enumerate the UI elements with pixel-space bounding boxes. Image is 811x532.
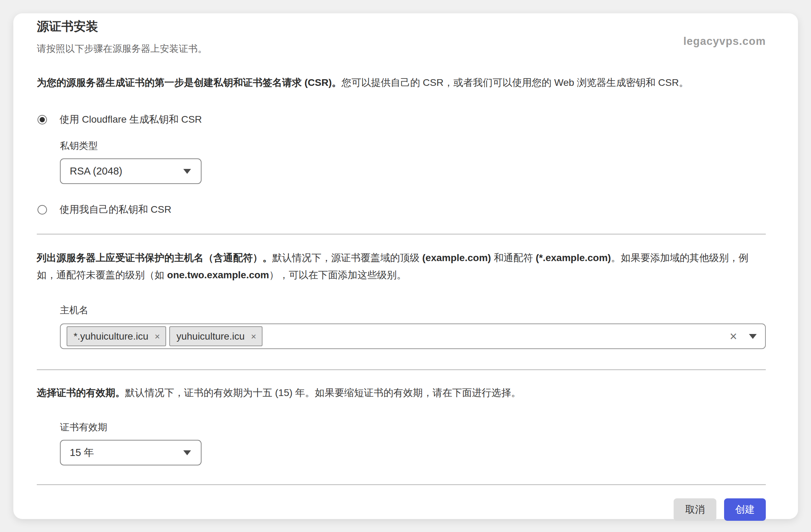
hostname-tag-value: yuhuiculture.icu <box>176 331 245 342</box>
cancel-button[interactable]: 取消 <box>674 498 716 521</box>
hostname-tag: yuhuiculture.icu × <box>169 326 263 346</box>
section-divider <box>37 369 766 370</box>
origin-certificate-dialog: legacyvps.com 源证书安装 请按照以下步骤在源服务器上安装证书。 为… <box>13 13 798 519</box>
create-button[interactable]: 创建 <box>724 498 766 521</box>
hostname-tag-value: *.yuhuiculture.icu <box>74 331 148 342</box>
page-title: 源证书安装 <box>37 18 766 35</box>
watermark: legacyvps.com <box>683 35 766 48</box>
hostnames-intro-text: 列出源服务器上应受证书保护的主机名（含通配符）。默认情况下，源证书覆盖域的顶级 … <box>37 249 766 284</box>
validity-value: 15 年 <box>70 446 94 460</box>
validity-select[interactable]: 15 年 <box>60 440 202 465</box>
radio-option-own-csr[interactable]: 使用我自己的私钥和 CSR <box>38 203 766 216</box>
hostname-label: 主机名 <box>60 304 766 316</box>
radio-selected-icon[interactable] <box>38 115 47 124</box>
validity-label: 证书有效期 <box>60 421 766 434</box>
key-type-value: RSA (2048) <box>70 165 122 177</box>
radio-option-generate-csr[interactable]: 使用 Cloudflare 生成私钥和 CSR <box>38 113 766 126</box>
radio-generate-label: 使用 Cloudflare 生成私钥和 CSR <box>60 113 202 126</box>
radio-unselected-icon[interactable] <box>38 205 47 214</box>
chevron-down-icon[interactable] <box>749 334 757 339</box>
section-divider <box>37 234 766 234</box>
key-type-label: 私钥类型 <box>60 139 766 152</box>
section-divider <box>37 484 766 485</box>
remove-tag-icon[interactable]: × <box>155 332 160 341</box>
radio-own-label: 使用我自己的私钥和 CSR <box>60 203 171 216</box>
csr-intro-text: 为您的源服务器生成证书的第一步是创建私钥和证书签名请求 (CSR)。您可以提供自… <box>37 74 766 91</box>
page-background: legacyvps.com 源证书安装 请按照以下步骤在源服务器上安装证书。 为… <box>0 0 811 532</box>
hostname-tag: *.yuhuiculture.icu × <box>67 326 166 346</box>
page-subtitle: 请按照以下步骤在源服务器上安装证书。 <box>37 42 766 55</box>
dialog-footer: 取消 创建 <box>37 498 766 521</box>
validity-intro-text: 选择证书的有效期。默认情况下，证书的有效期为十五 (15) 年。如果要缩短证书的… <box>37 384 766 401</box>
chevron-down-icon <box>183 450 191 455</box>
key-type-select[interactable]: RSA (2048) <box>60 158 202 184</box>
remove-tag-icon[interactable]: × <box>251 332 256 341</box>
clear-all-icon[interactable]: × <box>730 330 737 343</box>
chevron-down-icon <box>183 169 191 174</box>
hostname-multiselect-input[interactable]: *.yuhuiculture.icu × yuhuiculture.icu × … <box>60 323 766 349</box>
